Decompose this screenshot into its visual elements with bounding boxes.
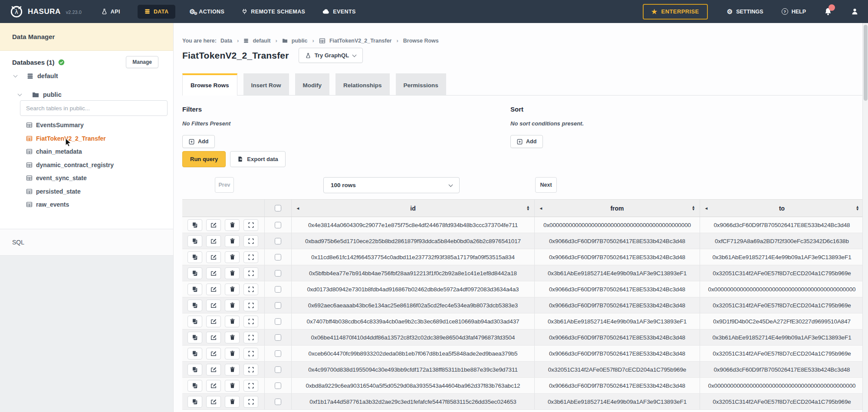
tree-database-default[interactable]: default bbox=[14, 73, 58, 79]
copy-row-button[interactable] bbox=[187, 364, 202, 376]
expand-row-button[interactable] bbox=[243, 235, 258, 247]
edit-row-button[interactable] bbox=[206, 300, 221, 311]
breadcrumb-item-browse-rows[interactable]: Browse Rows bbox=[403, 38, 439, 44]
expand-row-button[interactable] bbox=[243, 348, 258, 359]
help-button[interactable]: ? HELP bbox=[782, 8, 806, 15]
delete-row-button[interactable] bbox=[225, 300, 240, 311]
row-checkbox[interactable] bbox=[275, 399, 281, 405]
nav-item-actions[interactable]: ⚙ ⚙ ACTIONS bbox=[189, 8, 224, 15]
manage-button[interactable]: Manage bbox=[126, 56, 158, 68]
edit-row-button[interactable] bbox=[206, 348, 221, 359]
expand-row-button[interactable] bbox=[243, 251, 258, 263]
delete-row-button[interactable] bbox=[225, 364, 240, 376]
notifications-button[interactable] bbox=[824, 7, 832, 16]
sidebar-table-dynamic-contract-registry[interactable]: dynamic_contract_registry bbox=[26, 158, 169, 172]
next-page-button[interactable]: Next bbox=[535, 177, 557, 193]
row-checkbox[interactable] bbox=[275, 286, 281, 293]
copy-row-button[interactable] bbox=[187, 251, 202, 263]
edit-row-button[interactable] bbox=[206, 316, 221, 327]
tab-insert-row[interactable]: Insert Row bbox=[243, 73, 289, 95]
breadcrumb-item-default[interactable]: default bbox=[253, 38, 270, 44]
delete-row-button[interactable] bbox=[225, 219, 240, 231]
sidebar-table-event-sync-state[interactable]: event_sync_state bbox=[26, 171, 169, 185]
copy-row-button[interactable] bbox=[187, 283, 202, 295]
delete-row-button[interactable] bbox=[225, 396, 240, 408]
row-checkbox[interactable] bbox=[275, 270, 281, 277]
search-tables-input[interactable] bbox=[20, 100, 168, 116]
select-all-checkbox[interactable] bbox=[275, 205, 281, 211]
delete-row-button[interactable] bbox=[225, 283, 240, 295]
delete-row-button[interactable] bbox=[225, 235, 240, 247]
row-checkbox[interactable] bbox=[275, 350, 281, 357]
expand-row-button[interactable] bbox=[243, 267, 258, 279]
sidebar-table-raw-events[interactable]: raw_events bbox=[26, 198, 169, 211]
nav-item-data[interactable]: DATA bbox=[138, 5, 175, 19]
edit-row-button[interactable] bbox=[206, 251, 221, 263]
row-checkbox[interactable] bbox=[275, 334, 281, 341]
breadcrumb-item-public[interactable]: public bbox=[292, 38, 308, 44]
tab-permissions[interactable]: Permissions bbox=[396, 73, 446, 95]
rows-per-page-select[interactable]: 100 rows bbox=[323, 177, 460, 193]
edit-row-button[interactable] bbox=[206, 267, 221, 279]
sort-arrows-icon[interactable]: ▲▼ bbox=[692, 206, 695, 211]
copy-row-button[interactable] bbox=[187, 316, 202, 327]
delete-row-button[interactable] bbox=[225, 380, 240, 392]
breadcrumb-item-data[interactable]: Data bbox=[220, 38, 232, 44]
row-checkbox[interactable] bbox=[275, 382, 281, 389]
column-header-id[interactable]: ◂ id ▲▼ bbox=[292, 200, 535, 217]
delete-row-button[interactable] bbox=[225, 267, 240, 279]
copy-row-button[interactable] bbox=[187, 380, 202, 392]
tab-browse-rows[interactable]: Browse Rows bbox=[182, 73, 237, 95]
sort-arrows-icon[interactable]: ▲▼ bbox=[526, 206, 530, 211]
edit-row-button[interactable] bbox=[206, 283, 221, 295]
copy-row-button[interactable] bbox=[187, 235, 202, 247]
column-header-from[interactable]: ◂ from ▲▼ bbox=[535, 200, 700, 217]
edit-row-button[interactable] bbox=[206, 380, 221, 392]
row-checkbox[interactable] bbox=[275, 302, 281, 309]
add-filter-button[interactable]: Add bbox=[182, 135, 215, 148]
edit-row-button[interactable] bbox=[206, 396, 221, 408]
expand-row-button[interactable] bbox=[243, 364, 258, 376]
tree-schema-public[interactable]: public bbox=[18, 91, 62, 98]
expand-row-button[interactable] bbox=[243, 300, 258, 311]
expand-row-button[interactable] bbox=[243, 332, 258, 343]
try-graphql-button[interactable]: Try GraphQL bbox=[299, 48, 363, 63]
expand-row-button[interactable] bbox=[243, 283, 258, 295]
edit-row-button[interactable] bbox=[206, 364, 221, 376]
sidebar-table-eventssummary[interactable]: EventsSummary bbox=[26, 119, 169, 132]
settings-button[interactable]: ⚙ SETTINGS bbox=[727, 8, 763, 15]
sidebar-table-chain-metadata[interactable]: chain_metadata bbox=[26, 145, 169, 158]
tab-modify[interactable]: Modify bbox=[295, 73, 330, 95]
nav-item-events[interactable]: EVENTS bbox=[322, 9, 355, 15]
copy-row-button[interactable] bbox=[187, 300, 202, 311]
user-menu-button[interactable] bbox=[851, 8, 858, 15]
scrollbar-thumb[interactable] bbox=[864, 25, 868, 101]
run-query-button[interactable]: Run query bbox=[182, 151, 226, 167]
copy-row-button[interactable] bbox=[187, 267, 202, 279]
vertical-scrollbar[interactable] bbox=[862, 23, 868, 412]
edit-row-button[interactable] bbox=[206, 332, 221, 343]
sidebar-item-sql[interactable]: SQL bbox=[0, 229, 173, 255]
nav-item-remote-schemas[interactable]: REMOTE SCHEMAS bbox=[242, 8, 305, 15]
delete-row-button[interactable] bbox=[225, 251, 240, 263]
copy-row-button[interactable] bbox=[187, 348, 202, 359]
row-checkbox[interactable] bbox=[275, 366, 281, 373]
expand-row-button[interactable] bbox=[243, 396, 258, 408]
delete-row-button[interactable] bbox=[225, 316, 240, 327]
prev-page-button[interactable]: Prev bbox=[215, 177, 234, 193]
copy-row-button[interactable] bbox=[187, 332, 202, 343]
sidebar-table-fiattokenv2-2-transfer[interactable]: FiatTokenV2_2_Transfer bbox=[26, 132, 169, 145]
edit-row-button[interactable] bbox=[206, 219, 221, 231]
delete-row-button[interactable] bbox=[225, 332, 240, 343]
column-header-to[interactable]: ◂ to ▲▼ bbox=[700, 200, 864, 217]
add-sort-button[interactable]: Add bbox=[510, 135, 543, 148]
edit-row-button[interactable] bbox=[206, 235, 221, 247]
copy-row-button[interactable] bbox=[187, 219, 202, 231]
sort-arrows-icon[interactable]: ▲▼ bbox=[856, 206, 859, 211]
row-checkbox[interactable] bbox=[275, 318, 281, 325]
enterprise-button[interactable]: ★ ENTERPRISE bbox=[643, 4, 708, 20]
row-checkbox[interactable] bbox=[275, 254, 281, 260]
export-data-button[interactable]: Export data bbox=[230, 151, 286, 167]
tab-relationships[interactable]: Relationships bbox=[335, 73, 390, 95]
expand-row-button[interactable] bbox=[243, 316, 258, 327]
